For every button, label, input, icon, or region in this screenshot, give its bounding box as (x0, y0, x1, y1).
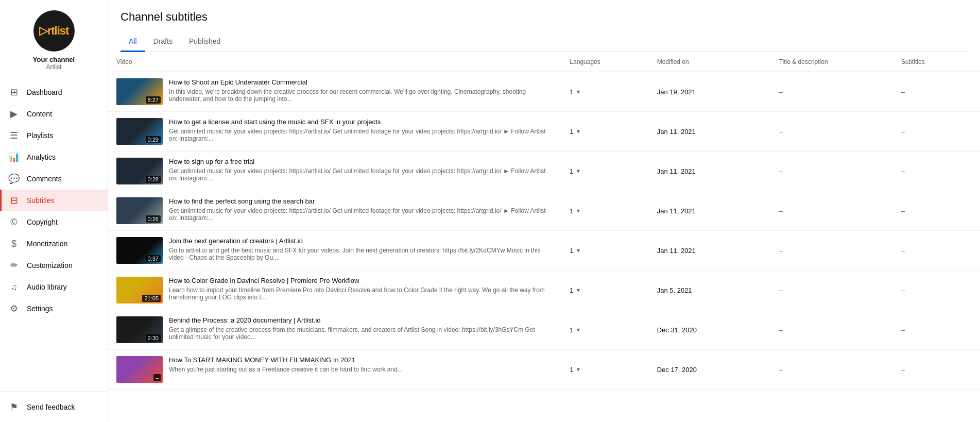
sidebar-item-copyright[interactable]: © Copyright (0, 211, 108, 233)
nav-items: ⊞ Dashboard ▶ Content ☰ Playlists 📊 Anal… (0, 77, 108, 392)
sidebar-item-playlists[interactable]: ☰ Playlists (0, 125, 108, 146)
video-duration: 21:05 (142, 295, 161, 302)
chevron-down-icon[interactable]: ▾ (577, 286, 580, 294)
table-wrapper[interactable]: VideoLanguagesModified onTitle & descrip… (108, 52, 980, 422)
table-row[interactable]: – How To START MAKING MONEY WITH FILMMAK… (108, 350, 980, 390)
col-header-0: Video (108, 52, 561, 72)
page-title: Channel subtitles (121, 10, 968, 24)
title-desc-cell-6: – (771, 310, 893, 350)
video-cell-3: 0:26 How to find the perfect song using … (108, 191, 561, 231)
chevron-down-icon[interactable]: ▾ (577, 366, 580, 373)
table-row[interactable]: 0:29 How to get a license and start usin… (108, 112, 980, 151)
sidebar-item-audio-library[interactable]: ♫ Audio library (0, 276, 108, 298)
lang-cell-7: 1 ▾ (561, 350, 648, 390)
sidebar-label-content: Content (27, 110, 52, 118)
table-row[interactable]: 0:26 How to find the perfect song using … (108, 191, 980, 231)
analytics-icon: 📊 (8, 151, 20, 163)
sidebar-label-analytics: Analytics (27, 153, 56, 161)
table-row[interactable]: 0:37 Join the next generation of creator… (108, 231, 980, 271)
sidebar-item-content[interactable]: ▶ Content (0, 103, 108, 125)
subtitles-icon: ⊟ (8, 195, 20, 206)
chevron-down-icon[interactable]: ▾ (577, 247, 580, 254)
chevron-down-icon[interactable]: ▾ (577, 128, 580, 135)
sidebar-item-settings[interactable]: ⚙ Settings (0, 298, 108, 319)
video-cell-6: 2:30 Behind the Process: a 2020 document… (108, 310, 561, 350)
sidebar-label-settings: Settings (27, 305, 53, 313)
thumbnail-wrap: 0:37 (116, 237, 163, 264)
title-desc-cell-5: – (771, 271, 893, 310)
sidebar-item-customization[interactable]: ✏ Customization (0, 255, 108, 276)
sidebar-item-comments[interactable]: 💬 Comments (0, 168, 108, 190)
subtitles-cell-0: – (893, 72, 980, 112)
col-header-1: Languages (561, 52, 648, 72)
tab-published[interactable]: Published (181, 32, 229, 52)
table-row[interactable]: 0:28 How to sign up for a free trial Get… (108, 151, 980, 191)
copyright-icon: © (8, 216, 20, 228)
video-description: Get unlimited music for your video proje… (169, 207, 553, 222)
lang-count: 1 (570, 128, 573, 136)
chevron-down-icon[interactable]: ▾ (577, 167, 580, 175)
video-description: Get a glimpse of the creative process fr… (169, 326, 553, 341)
main-content: Channel subtitles AllDraftsPublished Vid… (108, 0, 980, 422)
col-header-2: Modified on (649, 52, 771, 72)
video-info: Behind the Process: a 2020 documentary |… (169, 316, 553, 341)
sidebar-label-monetization: Monetization (27, 240, 67, 248)
title-desc-cell-4: – (771, 231, 893, 271)
thumbnail-wrap: 0:29 (116, 118, 163, 145)
video-title: How to Color Grade in Davinci Resolve | … (169, 277, 553, 284)
table-row[interactable]: 8:27 How to Shoot an Epic Underwater Com… (108, 72, 980, 112)
comments-icon: 💬 (8, 173, 20, 184)
chevron-down-icon[interactable]: ▾ (577, 88, 580, 95)
lang-cell-2: 1 ▾ (561, 151, 648, 191)
video-title: Join the next generation of creators | A… (169, 237, 553, 245)
video-info: How To START MAKING MONEY WITH FILMMAKIN… (169, 356, 553, 373)
table-header: VideoLanguagesModified onTitle & descrip… (108, 52, 980, 72)
sidebar-label-send-feedback: Send feedback (27, 403, 75, 411)
chevron-down-icon[interactable]: ▾ (577, 326, 580, 333)
sidebar: ▷rtlist Your channel Artlist ⊞ Dashboard… (0, 0, 108, 422)
thumbnail-wrap: 8:27 (116, 78, 163, 105)
sidebar-item-analytics[interactable]: 📊 Analytics (0, 146, 108, 168)
lang-cell-5: 1 ▾ (561, 271, 648, 310)
sidebar-item-subtitles[interactable]: ⊟ Subtitles (0, 190, 108, 211)
video-duration: 0:29 (146, 136, 161, 143)
lang-count: 1 (570, 88, 573, 96)
video-info: How to find the perfect song using the s… (169, 197, 553, 222)
table-row[interactable]: 2:30 Behind the Process: a 2020 document… (108, 310, 980, 350)
video-description: Get unlimited music for your video proje… (169, 128, 553, 142)
video-info: How to Color Grade in Davinci Resolve | … (169, 277, 553, 301)
sidebar-item-send-feedback[interactable]: ⚑ Send feedback (0, 396, 108, 418)
subtitles-cell-6: – (893, 310, 980, 350)
video-title: How to Shoot an Epic Underwater Commerci… (169, 78, 553, 86)
lang-count: 1 (570, 247, 573, 255)
video-info: How to sign up for a free trial Get unli… (169, 158, 553, 182)
lang-cell-1: 1 ▾ (561, 112, 648, 151)
video-cell-5: 21:05 How to Color Grade in Davinci Reso… (108, 271, 561, 310)
subtitles-cell-3: – (893, 191, 980, 231)
table-row[interactable]: 21:05 How to Color Grade in Davinci Reso… (108, 271, 980, 310)
tab-drafts[interactable]: Drafts (145, 32, 181, 52)
video-description: Go to artlist.io and get the best music … (169, 247, 553, 261)
col-header-4: Subtitles (893, 52, 980, 72)
lang-count: 1 (570, 366, 573, 374)
channel-handle: Artlist (46, 63, 62, 71)
video-cell-7: – How To START MAKING MONEY WITH FILMMAK… (108, 350, 561, 390)
page-header: Channel subtitles AllDraftsPublished (108, 0, 980, 52)
avatar-text: ▷rtlist (39, 24, 69, 38)
sidebar-item-monetization[interactable]: $ Monetization (0, 233, 108, 255)
video-title: How To START MAKING MONEY WITH FILMMAKIN… (169, 356, 553, 364)
sidebar-label-comments: Comments (27, 175, 62, 183)
tab-all[interactable]: All (121, 32, 145, 52)
video-duration: 8:27 (146, 96, 161, 104)
thumbnail-wrap: 0:28 (116, 158, 163, 184)
subtitles-cell-5: – (893, 271, 980, 310)
chevron-down-icon[interactable]: ▾ (577, 207, 580, 214)
sidebar-item-dashboard[interactable]: ⊞ Dashboard (0, 81, 108, 103)
sidebar-label-subtitles: Subtitles (27, 196, 55, 205)
playlists-icon: ☰ (8, 130, 20, 141)
video-description: In this video, we're breaking down the c… (169, 88, 553, 103)
subtitles-cell-1: – (893, 112, 980, 151)
subtitles-table: VideoLanguagesModified onTitle & descrip… (108, 52, 980, 390)
title-desc-cell-0: – (771, 72, 893, 112)
sidebar-label-audio-library: Audio library (27, 283, 67, 291)
